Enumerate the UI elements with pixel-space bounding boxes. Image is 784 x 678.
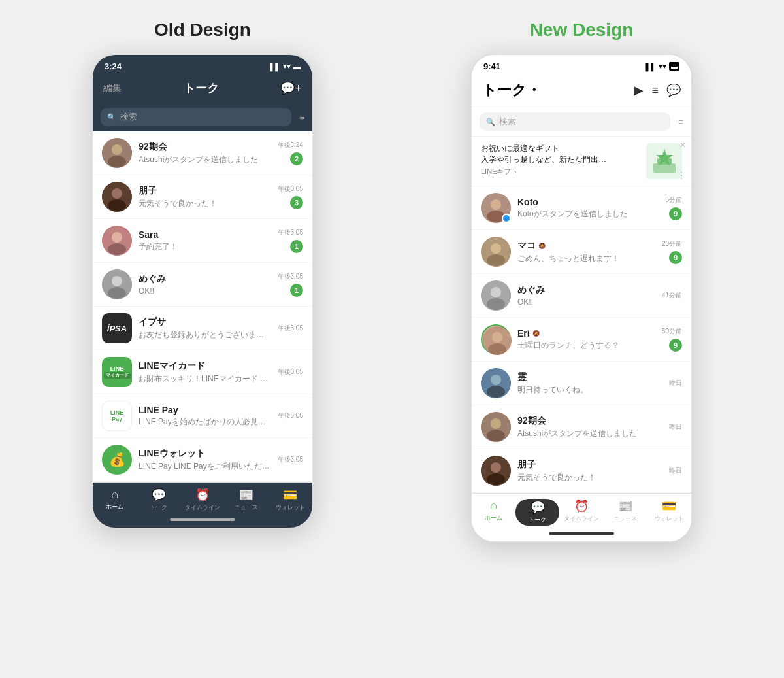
new-online-badge-1: [502, 214, 511, 223]
old-chat-right-3: 午後3:05 1: [278, 228, 303, 253]
old-chat-item-7[interactable]: LINE Pay LINE Pay LINE Payを始めたばかりの人必見のキャ…: [93, 394, 312, 438]
new-tab-timeline[interactable]: ⏰ タイムライン: [559, 498, 603, 527]
new-chat-item-6[interactable]: 92期会 Atsushiがスタンプを送信しました 昨日: [472, 405, 691, 449]
new-tab-bar: ⌂ ホーム 💬 トーク ⏰ タイムライン 📰 ニュース 💳 ウォレット: [472, 493, 691, 528]
old-badge-1: 2: [290, 152, 303, 165]
old-avatar-5: ÍPSA: [102, 313, 132, 343]
old-nav-title: トーク: [184, 80, 219, 96]
old-chat-right-1: 午後3:24 2: [278, 141, 303, 165]
old-status-icons: ▌▌ ▾▾ ▬: [270, 62, 301, 71]
old-chat-right-6: 午後3:05: [278, 367, 303, 377]
old-chat-name-3: Sara: [139, 229, 271, 240]
old-filter-icon[interactable]: ≡: [299, 112, 304, 122]
old-chat-name-4: めぐみ: [139, 273, 271, 285]
old-tab-timeline-label: タイムライン: [185, 503, 220, 512]
old-chat-time-8: 午後3:05: [278, 455, 303, 464]
new-chat-list: Koto Kotoがスタンプを送信しました 5分前 9: [472, 186, 691, 493]
new-chat-content-6: 92期会 Atsushiがスタンプを送信しました: [517, 415, 662, 439]
wallet-icon: 💰: [109, 452, 125, 467]
old-chat-item-3[interactable]: Sara 予約完了！ 午後3:05 1: [93, 219, 312, 263]
new-ad-banner[interactable]: お祝いに最適なギフト入学や引っ越しなど、新たな門出… LINEギフト ✕ ⋮: [472, 137, 691, 186]
old-chat-msg-8: LINE Pay LINE Payをご利用いただきありがとうございます。Payパ…: [139, 461, 271, 472]
old-chat-content-6: LINEマイカード お財布スッキリ！LINEマイカード 詳細はこちら https…: [139, 360, 271, 384]
old-badge-3: 1: [290, 240, 303, 253]
old-chat-time-7: 午後3:05: [278, 411, 303, 420]
new-status-bar: 9:41 ▌▌ ▾▾ ▬: [472, 55, 691, 75]
old-phone-frame: 3:24 ▌▌ ▾▾ ▬ 編集 トーク 💬+ 🔍 検索 ≡: [91, 54, 314, 529]
new-mute-icon-4: 🔕: [532, 330, 540, 337]
new-chat-right-4: 50分前 9: [662, 327, 682, 352]
old-search-input[interactable]: 🔍 検索: [101, 108, 291, 126]
new-chat-name-7: 朋子: [517, 459, 662, 471]
old-chat-name-5: イプサ: [139, 316, 271, 328]
new-home-bar: [549, 532, 614, 535]
old-chat-content-5: イプサ お友だち登録ありがとうございます。このアカウントでは新製品・限定品…: [139, 316, 271, 341]
new-chat-item-4[interactable]: Eri 🔕 土曜日のランチ、どうする？ 50分前 9: [472, 318, 691, 362]
old-chat-item-4[interactable]: めぐみ OK!! 午後3:05 1: [93, 263, 312, 307]
old-chat-item-2[interactable]: 朋子 元気そうで良かった！ 午後3:05 3: [93, 175, 312, 219]
new-tab-news[interactable]: 📰 ニュース: [604, 498, 647, 527]
old-chat-msg-6: お財布スッキリ！LINEマイカード 詳細はこちら https://lin.ee/…: [139, 373, 271, 384]
old-chat-item-8[interactable]: 💰 LINEウォレット LINE Pay LINE Payをご利用いただきありが…: [93, 438, 312, 482]
old-tab-news-label: ニュース: [235, 503, 258, 512]
old-chat-time-4: 午後3:05: [278, 272, 303, 281]
new-home-icon: ⌂: [490, 499, 497, 513]
old-tab-talk[interactable]: 💬 トーク: [137, 486, 180, 513]
old-badge-2: 3: [290, 196, 303, 209]
new-tab-home[interactable]: ⌂ ホーム: [472, 498, 515, 527]
svg-point-5: [108, 199, 126, 211]
new-home-indicator: [472, 528, 691, 541]
new-compose-icon[interactable]: 💬: [666, 83, 681, 97]
ipsa-text-icon: ÍPSA: [107, 324, 127, 333]
svg-point-33: [491, 418, 501, 429]
new-chat-item-3[interactable]: めぐみ OK!! 41分前: [472, 274, 691, 318]
new-chat-item-2[interactable]: マコ 🔕 ごめん、ちょっと遅れます！ 20分前 9: [472, 230, 691, 274]
new-avatar-7: [481, 456, 511, 486]
new-ad-content: お祝いに最適なギフト入学や引っ越しなど、新たな門出… LINEギフト: [481, 143, 640, 177]
new-chat-time-1: 5分前: [665, 195, 682, 205]
new-chat-item-1[interactable]: Koto Kotoがスタンプを送信しました 5分前 9: [472, 186, 691, 230]
new-tab-wallet[interactable]: 💳 ウォレット: [647, 498, 691, 527]
old-tab-timeline[interactable]: ⏰ タイムライン: [180, 486, 224, 513]
old-chat-name-2: 朋子: [139, 185, 271, 197]
new-avatar-5: [481, 368, 511, 398]
new-ad-more-button[interactable]: ⋮: [677, 170, 686, 180]
new-chat-item-7[interactable]: 朋子 元気そうで良かった！ 昨日: [472, 449, 691, 493]
new-design-column: New Design 9:41 ▌▌ ▾▾ ▬ トーク・ ▶ ≡ 💬: [412, 20, 751, 543]
old-talk-icon: 💬: [152, 488, 166, 502]
old-chat-content-2: 朋子 元気そうで良かった！: [139, 185, 271, 209]
old-tab-home[interactable]: ⌂ ホーム: [93, 486, 137, 513]
new-chat-time-4: 50分前: [662, 327, 682, 336]
old-chat-right-2: 午後3:05 3: [278, 184, 303, 209]
old-chat-right-5: 午後3:05: [278, 324, 303, 333]
old-chat-item-5[interactable]: ÍPSA イプサ お友だち登録ありがとうございます。このアカウントでは新製品・限…: [93, 307, 312, 350]
old-edit-button[interactable]: 編集: [103, 82, 122, 94]
new-tab-talk[interactable]: 💬 トーク: [515, 499, 559, 526]
new-chat-right-3: 41分前: [662, 291, 682, 300]
new-menu-icon[interactable]: ≡: [651, 84, 659, 97]
old-chat-name-7: LINE Pay: [139, 405, 271, 415]
old-home-icon: ⌂: [111, 488, 118, 501]
old-compose-icon[interactable]: 💬+: [280, 81, 302, 95]
new-search-input[interactable]: 🔍 検索: [480, 112, 670, 131]
old-chat-time-3: 午後3:05: [278, 228, 303, 237]
new-ad-close-button[interactable]: ✕: [679, 141, 686, 150]
new-badge-1: 9: [669, 207, 682, 220]
new-chat-item-5[interactable]: 霊 明日持っていくね。 昨日: [472, 362, 691, 405]
old-chat-item-1[interactable]: 92期会 Atsushiがスタンプを送信しました 午後3:24 2: [93, 131, 312, 175]
new-search-placeholder: 検索: [499, 116, 516, 127]
old-tab-news[interactable]: 📰 ニュース: [225, 486, 269, 513]
battery-icon: ▬: [293, 63, 301, 71]
old-tab-wallet[interactable]: 💳 ウォレット: [269, 486, 312, 513]
new-tab-talk-label: トーク: [529, 516, 546, 524]
old-chat-time-5: 午後3:05: [278, 324, 303, 333]
new-video-icon[interactable]: ▶: [634, 83, 644, 97]
svg-rect-13: [653, 163, 676, 173]
old-tab-wallet-label: ウォレット: [276, 503, 305, 512]
old-chat-item-6[interactable]: LINE マイカード LINEマイカード お財布スッキリ！LINEマイカード 詳…: [93, 350, 312, 394]
old-chat-content-8: LINEウォレット LINE Pay LINE Payをご利用いただきありがとう…: [139, 448, 271, 472]
old-home-indicator: [93, 515, 312, 528]
old-nav-header: 編集 トーク 💬+: [93, 75, 312, 103]
new-filter-icon[interactable]: ≡: [678, 117, 683, 127]
new-signal-icon: ▌▌: [645, 63, 656, 71]
